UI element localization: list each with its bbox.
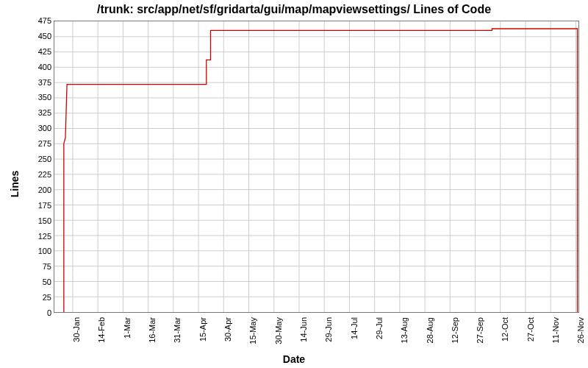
x-tick-label: 12-Sep — [451, 317, 459, 361]
y-tick-label: 250 — [22, 155, 51, 163]
y-tick-label: 25 — [22, 293, 51, 302]
y-tick-label: 300 — [22, 124, 51, 132]
x-tick-label: 27-Oct — [526, 317, 535, 361]
line-svg — [54, 21, 578, 312]
x-tick-label: 15-Apr — [198, 317, 207, 361]
y-tick-label: 425 — [22, 47, 51, 56]
x-tick-label: 11-Nov — [551, 317, 560, 361]
y-tick-label: 150 — [22, 216, 51, 225]
x-tick-label: 12-Oct — [501, 317, 509, 361]
x-tick-label: 29-Jul — [375, 317, 384, 361]
y-tick-label: 125 — [22, 232, 51, 241]
y-tick-label: 225 — [22, 170, 51, 179]
y-tick-label: 400 — [22, 63, 51, 71]
y-tick-label: 450 — [22, 32, 51, 40]
y-tick-label: 100 — [22, 247, 51, 255]
x-tick-label: 26-Nov — [576, 317, 585, 361]
x-tick-label: 30-May — [274, 317, 283, 361]
x-tick-label: 28-Aug — [426, 317, 434, 361]
x-tick-label: 14-Jun — [299, 317, 308, 361]
x-tick-label: 30-Jan — [72, 317, 81, 361]
y-axis-label: Lines — [9, 171, 21, 198]
x-tick-label: 31-Mar — [173, 317, 182, 361]
y-tick-label: 75 — [22, 262, 51, 271]
y-tick-label: 50 — [22, 277, 51, 286]
chart-container: { "chart_data": { "type": "line", "title… — [0, 0, 588, 368]
x-tick-label: 13-Aug — [400, 317, 409, 361]
plot-area — [54, 21, 579, 313]
x-tick-label: 15-May — [248, 317, 257, 361]
x-tick-label: 30-Apr — [223, 317, 232, 361]
y-tick-label: 325 — [22, 108, 51, 117]
x-axis-label: Date — [0, 353, 588, 365]
y-tick-label: 0 — [22, 308, 51, 317]
x-tick-label: 14-Feb — [97, 317, 106, 361]
x-tick-label: 29-Jun — [324, 317, 333, 361]
y-tick-label: 275 — [22, 139, 51, 148]
x-tick-label: 1-Mar — [123, 317, 132, 361]
y-tick-label: 475 — [22, 16, 51, 25]
y-tick-label: 175 — [22, 201, 51, 210]
y-tick-label: 350 — [22, 93, 51, 102]
x-tick-label: 14-Jul — [350, 317, 359, 361]
chart-title: /trunk: src/app/net/sf/gridarta/gui/map/… — [0, 3, 588, 16]
y-tick-label: 375 — [22, 78, 51, 87]
y-tick-label: 200 — [22, 185, 51, 194]
x-tick-label: 16-Mar — [148, 317, 157, 361]
x-tick-label: 27-Sep — [476, 317, 484, 361]
